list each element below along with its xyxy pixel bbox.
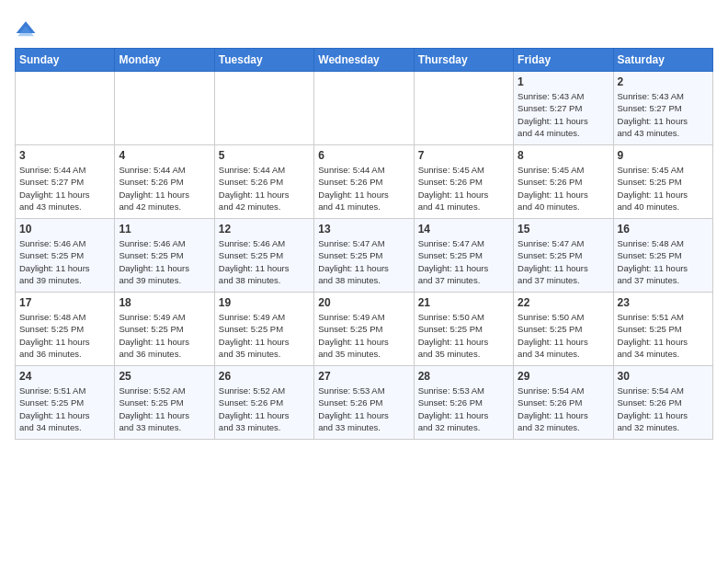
calendar-cell: 10Sunrise: 5:46 AM Sunset: 5:25 PM Dayli… (16, 219, 115, 293)
day-number: 19 (219, 296, 310, 309)
calendar-body: 1Sunrise: 5:43 AM Sunset: 5:27 PM Daylig… (16, 72, 713, 440)
day-info: Sunrise: 5:43 AM Sunset: 5:27 PM Dayligh… (518, 90, 609, 139)
day-number: 12 (219, 223, 310, 236)
day-number: 6 (318, 149, 409, 162)
calendar-week-1: 1Sunrise: 5:43 AM Sunset: 5:27 PM Daylig… (16, 72, 713, 145)
logo-icon (15, 18, 37, 40)
day-number: 18 (119, 296, 210, 309)
calendar-cell: 4Sunrise: 5:44 AM Sunset: 5:26 PM Daylig… (115, 145, 214, 219)
calendar-cell: 16Sunrise: 5:48 AM Sunset: 5:25 PM Dayli… (613, 219, 712, 293)
day-info: Sunrise: 5:44 AM Sunset: 5:26 PM Dayligh… (119, 164, 210, 213)
weekday-header-saturday: Saturday (613, 49, 712, 72)
day-info: Sunrise: 5:45 AM Sunset: 5:26 PM Dayligh… (518, 164, 609, 213)
calendar-cell: 2Sunrise: 5:43 AM Sunset: 5:27 PM Daylig… (613, 72, 712, 145)
day-number: 1 (518, 75, 609, 88)
day-info: Sunrise: 5:45 AM Sunset: 5:25 PM Dayligh… (618, 164, 709, 213)
day-info: Sunrise: 5:54 AM Sunset: 5:26 PM Dayligh… (518, 385, 609, 433)
day-number: 2 (618, 75, 709, 88)
day-number: 14 (418, 223, 509, 236)
day-info: Sunrise: 5:44 AM Sunset: 5:26 PM Dayligh… (318, 164, 409, 213)
day-number: 30 (618, 370, 709, 383)
day-info: Sunrise: 5:54 AM Sunset: 5:26 PM Dayligh… (618, 385, 709, 433)
page-header (15, 15, 713, 40)
calendar-week-2: 3Sunrise: 5:44 AM Sunset: 5:27 PM Daylig… (16, 145, 713, 219)
calendar-cell: 7Sunrise: 5:45 AM Sunset: 5:26 PM Daylig… (414, 145, 513, 219)
day-number: 13 (318, 223, 409, 236)
day-number: 29 (518, 370, 609, 383)
calendar-cell: 22Sunrise: 5:50 AM Sunset: 5:25 PM Dayli… (514, 293, 613, 366)
day-number: 10 (19, 223, 110, 236)
day-info: Sunrise: 5:53 AM Sunset: 5:26 PM Dayligh… (318, 385, 409, 433)
day-info: Sunrise: 5:51 AM Sunset: 5:25 PM Dayligh… (618, 311, 709, 360)
day-number: 24 (19, 370, 110, 383)
day-number: 5 (219, 149, 310, 162)
day-info: Sunrise: 5:46 AM Sunset: 5:25 PM Dayligh… (219, 237, 310, 286)
day-info: Sunrise: 5:49 AM Sunset: 5:25 PM Dayligh… (219, 311, 310, 360)
day-number: 3 (19, 149, 110, 162)
weekday-header-wednesday: Wednesday (314, 49, 414, 72)
day-info: Sunrise: 5:52 AM Sunset: 5:25 PM Dayligh… (119, 385, 210, 433)
calendar-week-5: 24Sunrise: 5:51 AM Sunset: 5:25 PM Dayli… (16, 366, 713, 440)
calendar-header: SundayMondayTuesdayWednesdayThursdayFrid… (16, 49, 713, 72)
calendar-cell (16, 72, 115, 145)
calendar-cell: 3Sunrise: 5:44 AM Sunset: 5:27 PM Daylig… (16, 145, 115, 219)
weekday-header-friday: Friday (514, 49, 613, 72)
day-number: 4 (119, 149, 210, 162)
day-info: Sunrise: 5:43 AM Sunset: 5:27 PM Dayligh… (618, 90, 709, 139)
weekday-header-tuesday: Tuesday (214, 49, 313, 72)
calendar-cell: 18Sunrise: 5:49 AM Sunset: 5:25 PM Dayli… (115, 293, 214, 366)
day-info: Sunrise: 5:46 AM Sunset: 5:25 PM Dayligh… (119, 237, 210, 286)
day-number: 9 (618, 149, 709, 162)
calendar-week-4: 17Sunrise: 5:48 AM Sunset: 5:25 PM Dayli… (16, 293, 713, 366)
weekday-header-sunday: Sunday (16, 49, 115, 72)
calendar-cell: 9Sunrise: 5:45 AM Sunset: 5:25 PM Daylig… (613, 145, 712, 219)
calendar-cell: 23Sunrise: 5:51 AM Sunset: 5:25 PM Dayli… (613, 293, 712, 366)
calendar-cell: 28Sunrise: 5:53 AM Sunset: 5:26 PM Dayli… (414, 366, 513, 440)
calendar-cell: 25Sunrise: 5:52 AM Sunset: 5:25 PM Dayli… (115, 366, 214, 440)
day-info: Sunrise: 5:45 AM Sunset: 5:26 PM Dayligh… (418, 164, 509, 213)
day-info: Sunrise: 5:48 AM Sunset: 5:25 PM Dayligh… (618, 237, 709, 286)
calendar-cell: 1Sunrise: 5:43 AM Sunset: 5:27 PM Daylig… (514, 72, 613, 145)
day-number: 28 (418, 370, 509, 383)
calendar-table: SundayMondayTuesdayWednesdayThursdayFrid… (15, 48, 713, 440)
day-info: Sunrise: 5:51 AM Sunset: 5:25 PM Dayligh… (19, 385, 110, 433)
weekday-header-thursday: Thursday (414, 49, 513, 72)
calendar-cell: 13Sunrise: 5:47 AM Sunset: 5:25 PM Dayli… (314, 219, 414, 293)
calendar-cell (414, 72, 513, 145)
weekday-header-row: SundayMondayTuesdayWednesdayThursdayFrid… (16, 49, 713, 72)
day-info: Sunrise: 5:47 AM Sunset: 5:25 PM Dayligh… (418, 237, 509, 286)
calendar-cell: 5Sunrise: 5:44 AM Sunset: 5:26 PM Daylig… (214, 145, 313, 219)
calendar-cell: 12Sunrise: 5:46 AM Sunset: 5:25 PM Dayli… (214, 219, 313, 293)
weekday-header-monday: Monday (115, 49, 214, 72)
day-info: Sunrise: 5:44 AM Sunset: 5:26 PM Dayligh… (219, 164, 310, 213)
calendar-cell: 17Sunrise: 5:48 AM Sunset: 5:25 PM Dayli… (16, 293, 115, 366)
calendar-week-3: 10Sunrise: 5:46 AM Sunset: 5:25 PM Dayli… (16, 219, 713, 293)
calendar-cell: 29Sunrise: 5:54 AM Sunset: 5:26 PM Dayli… (514, 366, 613, 440)
day-info: Sunrise: 5:47 AM Sunset: 5:25 PM Dayligh… (518, 237, 609, 286)
day-info: Sunrise: 5:48 AM Sunset: 5:25 PM Dayligh… (19, 311, 110, 360)
day-number: 22 (518, 296, 609, 309)
calendar-cell (115, 72, 214, 145)
day-number: 25 (119, 370, 210, 383)
calendar-cell: 14Sunrise: 5:47 AM Sunset: 5:25 PM Dayli… (414, 219, 513, 293)
day-number: 23 (618, 296, 709, 309)
calendar-cell: 8Sunrise: 5:45 AM Sunset: 5:26 PM Daylig… (514, 145, 613, 219)
day-number: 20 (318, 296, 409, 309)
calendar-cell (314, 72, 414, 145)
day-number: 17 (19, 296, 110, 309)
day-number: 16 (618, 223, 709, 236)
day-number: 21 (418, 296, 509, 309)
logo (15, 18, 40, 40)
day-info: Sunrise: 5:49 AM Sunset: 5:25 PM Dayligh… (119, 311, 210, 360)
day-info: Sunrise: 5:53 AM Sunset: 5:26 PM Dayligh… (418, 385, 509, 433)
day-info: Sunrise: 5:44 AM Sunset: 5:27 PM Dayligh… (19, 164, 110, 213)
day-number: 11 (119, 223, 210, 236)
day-number: 15 (518, 223, 609, 236)
calendar-cell: 15Sunrise: 5:47 AM Sunset: 5:25 PM Dayli… (514, 219, 613, 293)
calendar-cell: 11Sunrise: 5:46 AM Sunset: 5:25 PM Dayli… (115, 219, 214, 293)
day-info: Sunrise: 5:49 AM Sunset: 5:25 PM Dayligh… (318, 311, 409, 360)
calendar-cell: 6Sunrise: 5:44 AM Sunset: 5:26 PM Daylig… (314, 145, 414, 219)
day-info: Sunrise: 5:50 AM Sunset: 5:25 PM Dayligh… (518, 311, 609, 360)
calendar-cell: 24Sunrise: 5:51 AM Sunset: 5:25 PM Dayli… (16, 366, 115, 440)
calendar-cell: 30Sunrise: 5:54 AM Sunset: 5:26 PM Dayli… (613, 366, 712, 440)
